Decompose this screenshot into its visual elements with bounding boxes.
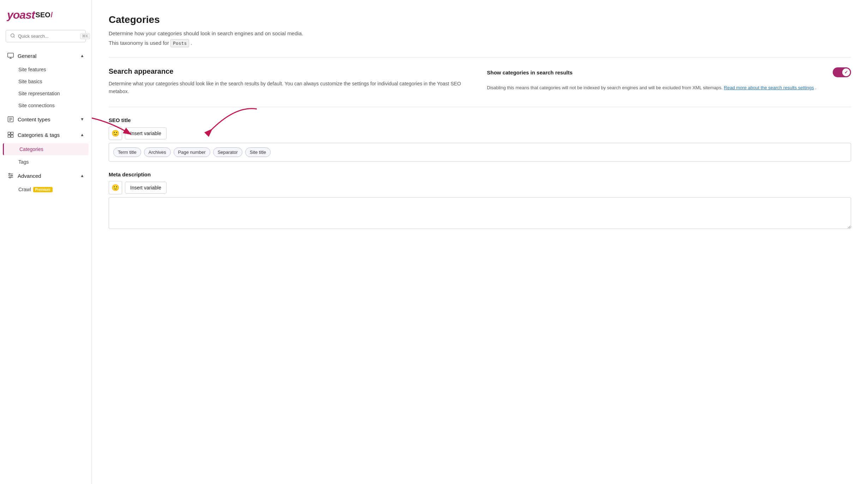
chevron-up-icon: ▲ xyxy=(80,53,84,58)
nav-section-content-types: Content types ▼ xyxy=(0,111,91,127)
meta-input-row: 🙂 Insert variable xyxy=(109,181,851,194)
seo-tag-archives[interactable]: Archives xyxy=(144,147,171,157)
seo-emoji-button[interactable]: 🙂 xyxy=(109,127,122,140)
divider-1 xyxy=(109,57,851,58)
svg-point-17 xyxy=(11,175,12,176)
search-shortcut: ⌘K xyxy=(80,33,90,39)
search-appearance-description: Determine what your categories should lo… xyxy=(109,80,473,96)
read-more-link[interactable]: Read more about the search results setti… xyxy=(724,85,814,90)
svg-point-0 xyxy=(11,34,14,37)
nav-section-general: General ▲ Site features Site basics Site… xyxy=(0,48,91,111)
logo-seo: SEO xyxy=(36,11,50,19)
general-label: General xyxy=(18,53,77,59)
general-sub-items: Site features Site basics Site represent… xyxy=(0,63,91,111)
search-appearance-heading: Search appearance xyxy=(109,67,473,75)
meta-textarea[interactable] xyxy=(109,197,851,229)
toggle-description: Disabling this means that categories wil… xyxy=(487,84,851,92)
monitor-icon xyxy=(7,52,14,59)
logo: yoast SEO / xyxy=(7,8,84,22)
seo-input-row: 🙂 Insert variable xyxy=(109,127,851,140)
search-bar[interactable]: ⌘K xyxy=(6,30,86,42)
sidebar-item-site-features[interactable]: Site features xyxy=(0,63,91,75)
section-left: Search appearance Determine what your ca… xyxy=(109,67,473,96)
seo-tags-row: Term title Archives Page number Separato… xyxy=(109,143,851,162)
toggle-switch[interactable]: ✓ xyxy=(833,67,851,77)
search-input[interactable] xyxy=(18,34,77,39)
seo-tag-term-title[interactable]: Term title xyxy=(113,147,141,157)
logo-yoast: yoast xyxy=(7,8,35,22)
meta-description-label: Meta description xyxy=(109,171,851,177)
categories-tags-label: Categories & tags xyxy=(18,132,77,138)
logo-slash: / xyxy=(51,11,53,19)
chevron-down-icon: ▼ xyxy=(80,117,84,122)
nav-section-general-header[interactable]: General ▲ xyxy=(0,48,91,63)
nav-section-advanced-header[interactable]: Advanced ▲ xyxy=(0,168,91,183)
page-subtitle-1: Determine how your categories should loo… xyxy=(109,30,851,38)
meta-description-section: Meta description 🙂 Insert variable xyxy=(109,171,851,230)
meta-insert-variable-button[interactable]: Insert variable xyxy=(125,182,167,194)
svg-rect-12 xyxy=(11,135,13,138)
checkmark-icon: ✓ xyxy=(844,70,848,75)
svg-point-16 xyxy=(9,173,10,174)
search-appearance-section: Search appearance Determine what your ca… xyxy=(109,67,851,96)
sidebar: yoast SEO / ⌘K General ▲ Site features S… xyxy=(0,0,92,484)
seo-insert-variable-button[interactable]: Insert variable xyxy=(125,127,167,139)
seo-title-section: SEO title xyxy=(109,117,851,162)
main-content: Categories Determine how your categories… xyxy=(92,0,868,484)
search-icon xyxy=(10,33,15,39)
advanced-label: Advanced xyxy=(18,173,77,179)
sliders-icon xyxy=(7,172,14,179)
tag-icon xyxy=(7,131,14,138)
page-subtitle-2: This taxonomy is used for Posts . xyxy=(109,39,851,48)
nav-section-advanced: Advanced ▲ Crawl Premium xyxy=(0,168,91,195)
seo-tag-separator[interactable]: Separator xyxy=(213,147,242,157)
logo-area: yoast SEO / xyxy=(0,8,91,30)
chevron-up-icon-2: ▲ xyxy=(80,132,84,137)
divider-2 xyxy=(109,107,851,107)
meta-emoji-button[interactable]: 🙂 xyxy=(109,181,122,194)
content-types-label: Content types xyxy=(18,116,77,122)
sidebar-item-crawl[interactable]: Crawl Premium xyxy=(0,183,91,195)
sidebar-item-categories[interactable]: Categories xyxy=(3,143,89,155)
nav-section-categories-tags: Categories & tags ▲ Categories Tags xyxy=(0,127,91,168)
svg-point-18 xyxy=(10,177,11,178)
categories-tags-sub-items: Categories Tags xyxy=(0,143,91,168)
toggle-row: Show categories in search results ✓ xyxy=(487,67,851,77)
seo-tag-site-title[interactable]: Site title xyxy=(245,147,271,157)
sidebar-item-site-basics[interactable]: Site basics xyxy=(0,75,91,87)
page-title: Categories xyxy=(109,14,851,25)
seo-input-wrapper: 🙂 Insert variable xyxy=(109,127,851,140)
sidebar-item-site-representation[interactable]: Site representation xyxy=(0,87,91,99)
advanced-sub-items: Crawl Premium xyxy=(0,183,91,195)
sidebar-item-site-connections[interactable]: Site connections xyxy=(0,99,91,111)
seo-tag-page-number[interactable]: Page number xyxy=(174,147,210,157)
svg-rect-11 xyxy=(8,135,11,138)
document-icon xyxy=(7,116,14,123)
toggle-label: Show categories in search results xyxy=(487,69,573,75)
svg-rect-10 xyxy=(11,132,13,135)
svg-rect-2 xyxy=(8,53,14,58)
posts-tag: Posts xyxy=(170,39,189,48)
seo-title-label: SEO title xyxy=(109,117,851,123)
nav-section-content-types-header[interactable]: Content types ▼ xyxy=(0,111,91,127)
nav-section-categories-tags-header[interactable]: Categories & tags ▲ xyxy=(0,127,91,143)
sidebar-item-tags[interactable]: Tags xyxy=(0,156,91,168)
svg-line-1 xyxy=(14,37,15,38)
premium-badge: Premium xyxy=(33,187,53,192)
svg-rect-9 xyxy=(8,132,11,135)
toggle-knob: ✓ xyxy=(842,68,850,76)
section-right: Show categories in search results ✓ Disa… xyxy=(487,67,851,96)
chevron-up-icon-3: ▲ xyxy=(80,173,84,178)
